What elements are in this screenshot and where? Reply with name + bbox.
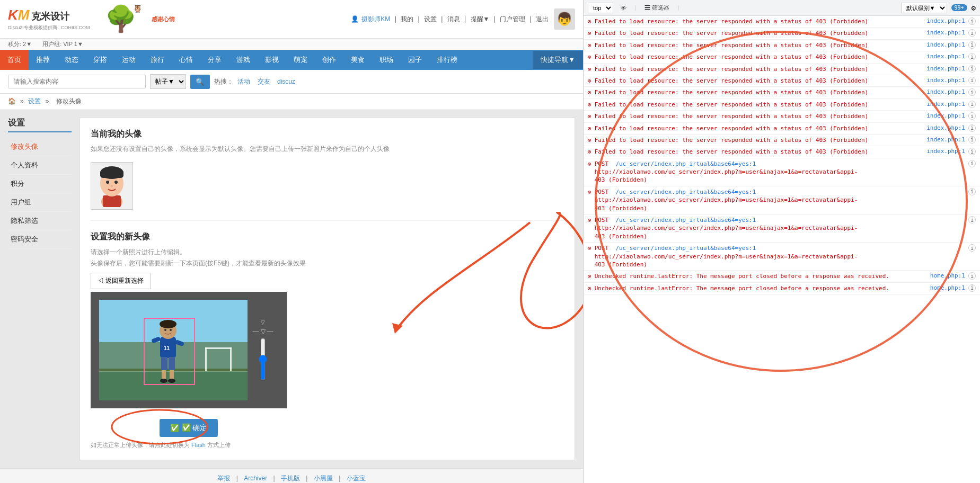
log-link-1[interactable]: index.php:1 <box>926 17 965 24</box>
log-link-11[interactable]: index.php:1 <box>926 136 965 143</box>
hot-topic-discuz[interactable]: discuz <box>277 78 295 85</box>
nav-fashion[interactable]: 穿搭 <box>86 50 114 70</box>
sidebar-item-score[interactable]: 积分 <box>8 175 72 193</box>
dt-level-select[interactable]: 默认级别▼ <box>901 3 947 13</box>
runtime-info-1[interactable]: i <box>968 272 976 280</box>
log-link-3[interactable]: index.php:1 <box>926 41 965 48</box>
error-icon-5: ⊗ <box>588 66 591 73</box>
runtime-info-2[interactable]: i <box>968 284 976 292</box>
svg-rect-12 <box>205 347 207 371</box>
remind-link[interactable]: 提醒▼ <box>471 15 490 24</box>
log-link-8[interactable]: index.php:1 <box>926 101 965 108</box>
log-info-6[interactable]: i <box>968 77 976 84</box>
post-info-2[interactable]: i <box>968 188 976 195</box>
log-info-8[interactable]: i <box>968 101 976 108</box>
log-entry-6: ⊗ Failed to load resource: the server re… <box>584 75 980 87</box>
runtime-link-2[interactable]: home.php:1 <box>930 284 965 291</box>
log-info-11[interactable]: i <box>968 136 976 144</box>
log-link-4[interactable]: index.php:1 <box>926 53 965 60</box>
username-link[interactable]: 摄影师KM <box>361 15 390 24</box>
log-info-10[interactable]: i <box>968 124 976 132</box>
log-info-3[interactable]: i <box>968 41 976 49</box>
nav-mood[interactable]: 心情 <box>172 50 200 70</box>
nav-recommend[interactable]: 推荐 <box>29 50 57 70</box>
dt-eye-btn[interactable]: 👁 <box>617 3 630 13</box>
post-info-1[interactable]: i <box>968 160 976 167</box>
log-link-5[interactable]: index.php:1 <box>926 65 965 72</box>
log-link-7[interactable]: index.php:1 <box>926 88 965 95</box>
user-section: 👤 摄影师KM | 我的 | 设置 | 消息 | 提醒▼ | 门户管理 | 退出 <box>351 15 549 24</box>
nav-share[interactable]: 分享 <box>200 50 229 70</box>
log-info-5[interactable]: i <box>968 65 976 73</box>
log-info-7[interactable]: i <box>968 88 976 96</box>
breadcrumb-home[interactable]: 🏠 <box>8 97 16 105</box>
post-info-4[interactable]: i <box>968 244 976 252</box>
flash-switch-link[interactable]: Flash <box>191 442 206 448</box>
crop-zoom-slider[interactable] <box>259 338 267 380</box>
hot-topic-activity[interactable]: 活动 <box>237 78 250 85</box>
nav-career[interactable]: 职场 <box>372 50 401 70</box>
log-info-9[interactable]: i <box>968 112 976 120</box>
log-link-6[interactable]: index.php:1 <box>926 77 965 84</box>
search-button[interactable]: 🔍 <box>190 75 210 89</box>
settings-link[interactable]: 设置 <box>424 15 437 24</box>
nav-food[interactable]: 美食 <box>343 50 372 70</box>
my-link[interactable]: 我的 <box>401 15 413 24</box>
messages-link[interactable]: 消息 <box>447 15 460 24</box>
nav-film[interactable]: 影视 <box>258 50 286 70</box>
post-link-1[interactable]: /uc_server/index.php_irtual&base64=yes:1 <box>615 160 756 167</box>
footer-blackroom[interactable]: 小黑屋 <box>314 475 333 482</box>
post-icon-2: ⊗ <box>588 189 591 195</box>
log-info-2[interactable]: i <box>968 29 976 37</box>
nav-quick-btn[interactable]: 快捷导航▼ <box>533 51 583 69</box>
dt-context-select[interactable]: top <box>588 3 613 13</box>
current-avatar-desc: 如果您还没有设置自己的头像，系统会显示为默认头像。您需要自己上传一张新照片来作为… <box>91 144 564 154</box>
nav-rank[interactable]: 排行榜 <box>429 50 465 70</box>
search-select[interactable]: 帖子▼ <box>150 74 186 89</box>
sidebar-item-group[interactable]: 用户组 <box>8 193 72 212</box>
nav-pet[interactable]: 萌宠 <box>286 50 315 70</box>
sidebar-item-profile[interactable]: 个人资料 <box>8 156 72 175</box>
nav-game[interactable]: 游戏 <box>229 50 258 70</box>
footer-mobile[interactable]: 手机版 <box>281 475 300 482</box>
breadcrumb-settings[interactable]: 设置 <box>28 97 41 105</box>
dt-filter-btn[interactable]: ☰ 筛选器 <box>641 2 673 13</box>
devtools-log[interactable]: ⊗ Failed to load resource: the server re… <box>584 16 980 483</box>
sidebar: 设置 修改头像 个人资料 积分 用户组 隐私筛选 密码安全 <box>8 118 72 460</box>
log-link-9[interactable]: index.php:1 <box>926 112 965 119</box>
log-post-msg-4: POST /uc_server/index.php_irtual&base64=… <box>595 244 965 269</box>
log-link-12[interactable]: index.php:1 <box>926 148 965 155</box>
runtime-link-1[interactable]: home.php:1 <box>930 272 965 279</box>
nav-dynamic[interactable]: 动态 <box>57 50 86 70</box>
group-label: 用户组: VIP 1▼ <box>42 40 83 48</box>
btn-back[interactable]: ◁ 返回重新选择 <box>91 273 151 289</box>
post-link-2[interactable]: /uc_server/index.php_irtual&base64=yes:1 <box>615 189 756 195</box>
btn-confirm[interactable]: ✅ ✅ 确定 <box>160 419 218 437</box>
portal-link[interactable]: 门户管理 <box>500 15 525 24</box>
post-info-3[interactable]: i <box>968 216 976 223</box>
sidebar-item-privacy[interactable]: 隐私筛选 <box>8 212 72 230</box>
nav-create[interactable]: 创作 <box>315 50 343 70</box>
logout-link[interactable]: 退出 <box>536 15 549 24</box>
dt-gear-btn[interactable]: ⚙ <box>972 4 976 12</box>
hot-topic-friends[interactable]: 交友 <box>258 78 270 85</box>
footer-archiver[interactable]: Archiver <box>244 475 267 482</box>
header: KM 克米设计 Discuz!专业模板提供商 COHIIS.COM 🌳 🦉 感谢… <box>0 0 583 39</box>
nav-travel[interactable]: 旅行 <box>143 50 172 70</box>
footer-report[interactable]: 举报 <box>217 475 230 482</box>
log-info-12[interactable]: i <box>968 148 976 155</box>
post-link-3[interactable]: /uc_server/index.php_irtual&base64=yes:1 <box>615 217 756 223</box>
post-link-4[interactable]: /uc_server/index.php_irtual&base64=yes:1 <box>615 245 756 252</box>
nav-home[interactable]: 首页 <box>0 50 29 70</box>
log-link-2[interactable]: index.php:1 <box>926 29 965 36</box>
footer-xiaolanwo[interactable]: 小蓝宝 <box>347 475 366 482</box>
nav-garden[interactable]: 园子 <box>401 50 429 70</box>
sidebar-item-avatar[interactable]: 修改头像 <box>8 138 72 156</box>
dt-divider2: | <box>677 5 680 11</box>
log-info-1[interactable]: i <box>968 17 976 25</box>
log-info-4[interactable]: i <box>968 53 976 60</box>
nav-sport[interactable]: 运动 <box>114 50 143 70</box>
search-input[interactable] <box>8 75 146 88</box>
log-link-10[interactable]: index.php:1 <box>926 124 965 131</box>
sidebar-item-password[interactable]: 密码安全 <box>8 230 72 249</box>
